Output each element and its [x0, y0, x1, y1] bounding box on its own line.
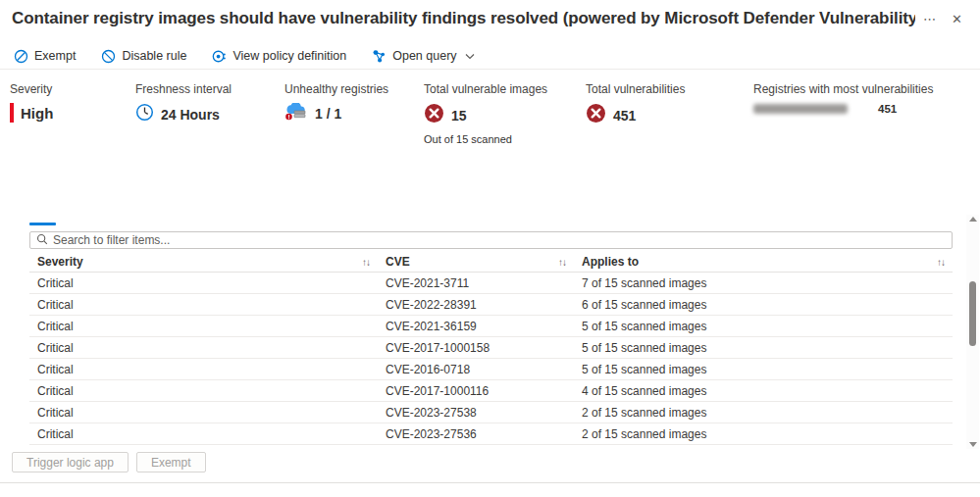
view-policy-definition-command[interactable]: View policy definition: [212, 49, 346, 64]
table-row[interactable]: Critical CVE-2023-27536 2 of 15 scanned …: [29, 423, 953, 445]
table-row[interactable]: Critical CVE-2023-27538 2 of 15 scanned …: [29, 402, 953, 423]
resource-graph-icon: [372, 49, 387, 64]
command-bar: Exempt Disable rule View policy definiti…: [0, 43, 980, 70]
table-row[interactable]: Critical CVE-2021-36159 5 of 15 scanned …: [29, 316, 953, 337]
exempt-label: Exempt: [34, 49, 76, 63]
open-query-command[interactable]: Open query: [372, 49, 474, 64]
title-bar: Container registry images should have vu…: [0, 0, 980, 37]
cell-applies-to: 7 of 15 scanned images: [574, 276, 953, 290]
total-vulnerable-images-label: Total vulnerable images: [424, 82, 547, 96]
disable-rule-icon: [101, 49, 116, 64]
cell-cve: CVE-2023-27536: [378, 427, 574, 441]
total-vulnerabilities-value: 451: [613, 108, 636, 124]
cell-severity: Critical: [29, 406, 378, 420]
registry-name-redacted: [753, 104, 848, 114]
sort-icon[interactable]: ↑↓: [362, 257, 370, 268]
cell-applies-to: 2 of 15 scanned images: [574, 427, 953, 441]
cell-applies-to: 6 of 15 scanned images: [574, 298, 953, 312]
disable-rule-command[interactable]: Disable rule: [101, 49, 186, 64]
cell-severity: Critical: [29, 384, 378, 398]
cell-cve: CVE-2016-0718: [378, 363, 574, 376]
column-label: Severity: [37, 255, 83, 269]
freshness-value: 24 Hours: [161, 107, 220, 123]
cell-severity: Critical: [29, 276, 378, 290]
stat-total-vulnerable-images: Total vulnerable images 15 Out of 15 sca…: [424, 82, 547, 145]
sort-icon[interactable]: ↑↓: [558, 257, 566, 268]
cell-severity: Critical: [29, 363, 378, 376]
table-row[interactable]: Critical CVE-2022-28391 6 of 15 scanned …: [29, 294, 953, 316]
defender-recommendation-pane: Container registry images should have vu…: [0, 0, 980, 497]
disable-rule-label: Disable rule: [122, 49, 186, 63]
stat-severity: Severity High: [10, 82, 53, 123]
scrollbar-track[interactable]: [969, 226, 976, 437]
registries-most-vulnerabilities-label: Registries with most vulnerabilities: [753, 82, 933, 96]
page-title: Container registry images should have vu…: [12, 9, 915, 28]
unhealthy-registry-icon: [284, 103, 308, 124]
total-vulnerable-images-value: 15: [451, 108, 467, 124]
table-row[interactable]: Critical CVE-2017-1000116 4 of 15 scanne…: [29, 380, 953, 402]
more-options-button[interactable]: ⋯: [915, 11, 944, 27]
close-button[interactable]: ✕: [944, 11, 970, 27]
unhealthy-registries-value: 1 / 1: [315, 106, 341, 122]
exempt-icon: [14, 49, 28, 64]
cell-cve: CVE-2017-1000158: [378, 341, 574, 355]
cell-severity: Critical: [29, 298, 378, 312]
cell-cve: CVE-2021-3711: [378, 276, 574, 290]
unhealthy-registries-label: Unhealthy registries: [284, 82, 388, 96]
chevron-down-icon: [465, 53, 475, 60]
cell-severity: Critical: [29, 427, 378, 441]
cell-severity: Critical: [29, 320, 378, 333]
stat-registries-most-vulnerabilities: Registries with most vulnerabilities 451: [753, 82, 933, 115]
search-input[interactable]: [53, 233, 946, 247]
column-label: CVE: [386, 255, 410, 269]
error-badge-icon: [586, 103, 606, 127]
column-header-applies-to[interactable]: Applies to ↑↓: [574, 255, 953, 269]
cell-cve: CVE-2021-36159: [378, 320, 574, 333]
cell-applies-to: 2 of 15 scanned images: [574, 406, 953, 420]
table-row[interactable]: Critical CVE-2017-1000158 5 of 15 scanne…: [29, 337, 953, 359]
findings-table: Severity ↑↓ CVE ↑↓ Applies to ↑↓ Critica…: [29, 252, 953, 446]
scroll-down-icon[interactable]: [969, 442, 977, 447]
severity-high-bar: [10, 103, 14, 123]
scrollbar-thumb[interactable]: [969, 281, 976, 346]
scroll-up-icon[interactable]: [969, 217, 977, 222]
stat-freshness-interval: Freshness interval 24 Hours: [135, 82, 232, 125]
clock-icon: [135, 103, 154, 125]
table-header: Severity ↑↓ CVE ↑↓ Applies to ↑↓: [29, 252, 953, 273]
cell-severity: Critical: [29, 341, 378, 355]
summary-stats: Severity High Freshness interval 24 Hour…: [0, 82, 980, 151]
vertical-scrollbar[interactable]: [966, 215, 979, 449]
table-row[interactable]: Critical CVE-2021-3711 7 of 15 scanned i…: [29, 273, 953, 294]
cell-applies-to: 5 of 15 scanned images: [574, 363, 953, 376]
table-body: Critical CVE-2021-3711 7 of 15 scanned i…: [29, 273, 953, 446]
cell-applies-to: 5 of 15 scanned images: [574, 320, 953, 333]
search-icon: [36, 231, 48, 249]
footer-actions: Trigger logic app Exempt: [12, 452, 206, 472]
cell-applies-to: 5 of 15 scanned images: [574, 341, 953, 355]
cell-cve: CVE-2022-28391: [378, 298, 574, 312]
cell-cve: CVE-2023-27538: [378, 406, 574, 420]
stat-unhealthy-registries: Unhealthy registries 1 / 1: [284, 82, 388, 124]
exempt-command[interactable]: Exempt: [14, 49, 76, 64]
policy-definition-icon: [212, 49, 227, 64]
sort-icon[interactable]: ↑↓: [937, 257, 945, 268]
view-policy-definition-label: View policy definition: [232, 49, 346, 63]
registry-vulnerability-count: 451: [878, 103, 897, 115]
severity-label: Severity: [10, 82, 53, 96]
search-box: [29, 231, 953, 249]
trigger-logic-app-button[interactable]: Trigger logic app: [12, 452, 129, 472]
stat-total-vulnerabilities: Total vulnerabilities 451: [586, 82, 685, 127]
column-header-cve[interactable]: CVE ↑↓: [378, 255, 574, 269]
total-vulnerabilities-label: Total vulnerabilities: [586, 82, 685, 96]
error-badge-icon: [424, 103, 444, 127]
total-vulnerable-images-sub: Out of 15 scanned: [424, 133, 547, 145]
exempt-footer-button[interactable]: Exempt: [136, 452, 206, 472]
cell-applies-to: 4 of 15 scanned images: [574, 384, 953, 398]
column-label: Applies to: [582, 255, 639, 269]
active-tab-indicator[interactable]: [29, 223, 56, 225]
severity-value: High: [21, 105, 53, 122]
open-query-label: Open query: [392, 49, 456, 63]
freshness-label: Freshness interval: [135, 82, 232, 96]
column-header-severity[interactable]: Severity ↑↓: [29, 255, 378, 269]
table-row[interactable]: Critical CVE-2016-0718 5 of 15 scanned i…: [29, 359, 953, 380]
